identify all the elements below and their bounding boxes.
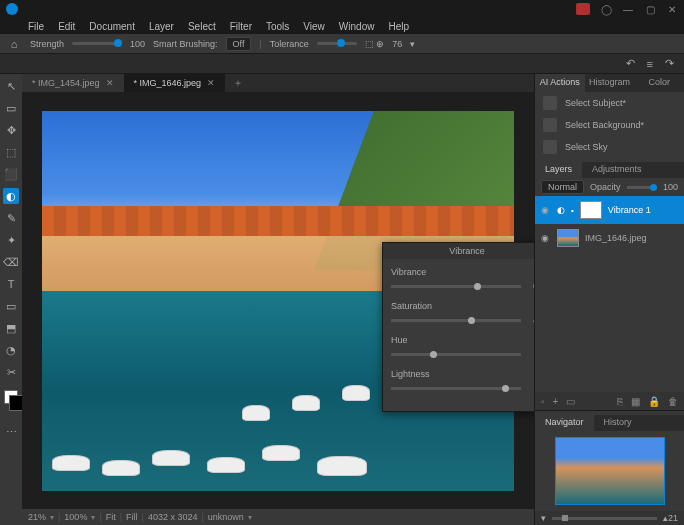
tab-histogram[interactable]: Histogram — [585, 74, 635, 92]
menu-edit[interactable]: Edit — [58, 21, 75, 32]
smartbrush-dropdown[interactable]: Off — [226, 37, 252, 51]
menu-layer[interactable]: Layer — [149, 21, 174, 32]
folder-icon[interactable]: ▭ — [566, 396, 575, 407]
tab-layers[interactable]: Layers — [535, 162, 582, 178]
nav-zoom-slider[interactable] — [552, 517, 657, 520]
layer-vibrance[interactable]: ◉ ◐ • Vibrance 1 — [535, 196, 684, 224]
redo-icon[interactable]: ↷ — [665, 57, 674, 70]
tool-4[interactable]: ⬛ — [3, 166, 19, 182]
lightness-slider[interactable] — [391, 387, 521, 390]
fit-button[interactable]: Fit — [106, 512, 116, 522]
tool-2[interactable]: ✥ — [3, 122, 19, 138]
tab-history[interactable]: History — [594, 415, 642, 431]
home-icon[interactable]: ⌂ — [6, 36, 22, 52]
right-panel: AI Actions Histogram Color Select Subjec… — [534, 74, 684, 525]
zoom-out-icon[interactable]: ▾ — [541, 513, 546, 523]
tool-1[interactable]: ▭ — [3, 100, 19, 116]
strength-slider[interactable] — [72, 42, 122, 45]
fill-button[interactable]: Fill — [126, 512, 138, 522]
tool-12[interactable]: ◔ — [3, 342, 19, 358]
minimize-icon[interactable]: — — [622, 3, 634, 15]
tab-img-1454[interactable]: * IMG_1454.jpeg✕ — [22, 74, 124, 92]
menu-filter[interactable]: Filter — [230, 21, 252, 32]
tool-0[interactable]: ↖ — [3, 78, 19, 94]
merge-icon[interactable]: ▦ — [631, 396, 640, 407]
menu-document[interactable]: Document — [89, 21, 135, 32]
opacity-label: Opacity — [590, 182, 621, 192]
tab-navigator[interactable]: Navigator — [535, 415, 594, 431]
slider-value: 41 — [527, 315, 534, 325]
tool-5[interactable]: ◐ — [3, 188, 19, 204]
tool-6[interactable]: ✎ — [3, 210, 19, 226]
tool-8[interactable]: ⌫ — [3, 254, 19, 270]
tool-10[interactable]: ▭ — [3, 298, 19, 314]
ai-select-subject[interactable]: Select Subject* — [535, 92, 684, 114]
titlebar: ◯ — ▢ ✕ — [0, 0, 684, 18]
hue-slider[interactable] — [391, 353, 521, 356]
opacity-slider[interactable] — [627, 186, 657, 189]
tab-img-1646[interactable]: * IMG_1646.jpeg✕ — [124, 74, 226, 92]
layer-thumb[interactable] — [557, 229, 579, 247]
menu-view[interactable]: View — [303, 21, 325, 32]
tool-3[interactable]: ⬚ — [3, 144, 19, 160]
tab-adjustments[interactable]: Adjustments — [582, 162, 652, 178]
canvas[interactable]: Vibrance ✕ Vibrance64Saturation41Hue0Lig… — [22, 92, 534, 509]
tool-7[interactable]: ✦ — [3, 232, 19, 248]
toolbox: ↖▭✥⬚⬛◐✎✦⌫T▭⬒◔✂⋯ — [0, 74, 22, 525]
ai-select-sky[interactable]: Select Sky — [535, 136, 684, 158]
vibrance-slider[interactable] — [391, 285, 521, 288]
duplicate-icon[interactable]: ⎘ — [617, 396, 623, 407]
cart-icon[interactable] — [576, 3, 590, 15]
navigator-thumb[interactable] — [555, 437, 665, 505]
blend-mode-dropdown[interactable]: Normal — [541, 180, 584, 194]
saturation-slider[interactable] — [391, 319, 521, 322]
add-tab-icon[interactable]: ＋ — [225, 76, 251, 90]
user-icon[interactable]: ◯ — [600, 3, 612, 15]
lock-icon[interactable]: 🔒 — [648, 396, 660, 407]
mask-thumb[interactable] — [580, 201, 602, 219]
delete-icon[interactable]: 🗑 — [668, 396, 678, 407]
panel-header[interactable]: Vibrance ✕ — [383, 243, 534, 259]
slider-value: 64 — [527, 281, 534, 291]
document-tabs: * IMG_1454.jpeg✕ * IMG_1646.jpeg✕ ＋ — [22, 74, 534, 92]
slider-label: Lightness — [391, 369, 534, 379]
options-bar: ⌂ Strength 100 Smart Brushing: Off | Tol… — [0, 34, 684, 54]
new-layer-icon[interactable]: ▫ — [541, 396, 545, 407]
panel-title: Vibrance — [449, 246, 484, 256]
sky-icon — [543, 140, 557, 154]
undo-icon[interactable]: ↶ — [626, 57, 635, 70]
tolerance-label: Tolerance — [270, 39, 309, 49]
menu-file[interactable]: File — [28, 21, 44, 32]
tab-color[interactable]: Color — [634, 74, 684, 92]
maximize-icon[interactable]: ▢ — [644, 3, 656, 15]
ai-select-background[interactable]: Select Background* — [535, 114, 684, 136]
tool-13[interactable]: ✂ — [3, 364, 19, 380]
options-zoom: 76 — [392, 39, 402, 49]
visibility-icon[interactable]: ◉ — [541, 233, 551, 243]
more-tools-icon[interactable]: ⋯ — [3, 424, 19, 440]
menu-window[interactable]: Window — [339, 21, 375, 32]
tab-ai-actions[interactable]: AI Actions — [535, 74, 585, 92]
close-icon[interactable]: ✕ — [666, 3, 678, 15]
vibrance-panel[interactable]: Vibrance ✕ Vibrance64Saturation41Hue0Lig… — [382, 242, 534, 412]
slider-label: Saturation — [391, 301, 534, 311]
zoom-percent[interactable]: 21% — [28, 512, 46, 522]
color-swatch[interactable] — [4, 390, 18, 404]
list-icon[interactable]: ≡ — [647, 58, 653, 70]
menu-help[interactable]: Help — [388, 21, 409, 32]
close-tab-icon[interactable]: ✕ — [207, 78, 215, 88]
strength-label: Strength — [30, 39, 64, 49]
adjustment-icon: ◐ — [557, 205, 565, 215]
add-mask-icon[interactable]: + — [553, 396, 559, 407]
menubar: FileEditDocumentLayerSelectFilterToolsVi… — [0, 18, 684, 34]
menu-select[interactable]: Select — [188, 21, 216, 32]
layer-image[interactable]: ◉ IMG_1646.jpeg — [535, 224, 684, 252]
chevron-down-icon[interactable]: ▾ — [410, 39, 415, 49]
close-tab-icon[interactable]: ✕ — [106, 78, 114, 88]
tool-9[interactable]: T — [3, 276, 19, 292]
visibility-icon[interactable]: ◉ — [541, 205, 551, 215]
menu-tools[interactable]: Tools — [266, 21, 289, 32]
tool-11[interactable]: ⬒ — [3, 320, 19, 336]
scale-percent[interactable]: 100% — [64, 512, 87, 522]
tolerance-slider[interactable] — [317, 42, 357, 45]
